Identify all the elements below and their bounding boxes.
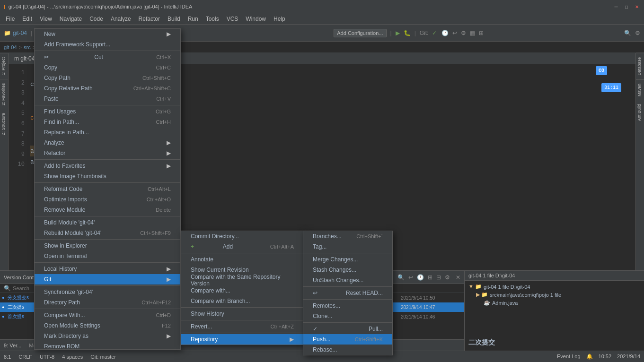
primary-context-menu[interactable]: New ▶ Add Framework Support... ✂ Cut Ctr… (34, 28, 181, 350)
ant-build-tab[interactable]: Ant Build (636, 100, 644, 125)
breadcrumb-item-0[interactable]: git-04 (4, 44, 17, 50)
menu-analyze[interactable]: Analyze (107, 15, 135, 23)
menu-copy-path[interactable]: Copy Path Ctrl+Shift+C (35, 73, 180, 83)
menu-rebuild-module[interactable]: Rebuild Module 'git-04' Ctrl+Shift+F9 (35, 228, 180, 238)
repo-clone[interactable]: Clone... (303, 311, 392, 321)
menu-synchronize[interactable]: Synchronize 'git-04' (35, 287, 180, 297)
menu-git[interactable]: Git ▶ (35, 274, 180, 284)
menu-file[interactable]: File (2, 15, 18, 23)
favorites-tab[interactable]: 2: Favorites (0, 79, 8, 109)
git-compare-with[interactable]: Compare with... (181, 285, 303, 296)
menu-build-module[interactable]: Build Module 'git-04' (35, 217, 180, 228)
settings-toolbar-icon[interactable]: ⚙ (635, 30, 640, 36)
menu-compare-with[interactable]: Compare With... Ctrl+D (35, 310, 180, 320)
tree-root[interactable]: ▼ 📁 git-04 1 file D:\git-04 (468, 283, 640, 291)
menu-directory-path[interactable]: Directory Path Ctrl+Alt+F12 (35, 297, 180, 308)
git-commit-directory[interactable]: Commit Directory... (181, 231, 303, 241)
menu-cut[interactable]: ✂ Cut Ctrl+X (35, 52, 180, 62)
menu-open-module-settings[interactable]: Open Module Settings F12 (35, 320, 180, 331)
search-toolbar-icon[interactable]: 🔍 (624, 30, 631, 36)
menu-reformat[interactable]: Reformat Code Ctrl+Alt+L (35, 184, 180, 194)
encoding-indicator[interactable]: UTF-8 (40, 354, 54, 360)
menu-refactor[interactable]: Refactor ▶ (35, 148, 180, 158)
menu-help[interactable]: Help (270, 15, 289, 23)
git-revert[interactable]: Revert... Ctrl+Alt+Z (181, 321, 303, 332)
menu-refactor[interactable]: Refactor (135, 15, 164, 23)
toolbar-icon3[interactable]: ⊞ (479, 30, 484, 36)
menu-paste[interactable]: Paste Ctrl+V (35, 94, 180, 104)
tree-file[interactable]: ☕ Admin.java (468, 299, 640, 307)
minimize-button[interactable]: ─ (613, 3, 619, 10)
debug-button[interactable]: 🐛 (404, 30, 411, 36)
indent-indicator[interactable]: 4 spaces (62, 354, 83, 360)
menu-add-framework[interactable]: Add Framework Support... (35, 39, 180, 50)
git-submenu[interactable]: Commit Directory... + Add Ctrl+Alt+A Ann… (181, 231, 304, 345)
breadcrumb-item-1[interactable]: src (24, 44, 31, 50)
line-endings[interactable]: CRLF (18, 354, 32, 360)
repo-reset-head[interactable]: ↩ Reset HEAD... (303, 288, 392, 298)
menu-show-thumbnails[interactable]: Show Image Thumbnails (35, 171, 180, 181)
repo-merge[interactable]: Merge Changes... (303, 254, 392, 265)
undo-button[interactable]: ↩ (452, 30, 457, 36)
menu-find-usages[interactable]: Find Usages Ctrl+G (35, 106, 180, 117)
menu-copy[interactable]: Copy Ctrl+C (35, 62, 180, 73)
vc-tab-9[interactable]: 9: Ver... (4, 343, 21, 348)
project-tab[interactable]: 1: Project (0, 53, 8, 79)
menu-remove-bom[interactable]: Remove BOM (35, 341, 180, 350)
menu-window[interactable]: Window (242, 15, 270, 23)
repo-push[interactable]: Push... Ctrl+Shift+K (303, 334, 392, 345)
database-tab[interactable]: Database (636, 53, 644, 79)
vc-refresh-icon[interactable]: ↩ (408, 274, 413, 281)
repo-unstash[interactable]: UnStash Changes... (303, 275, 392, 285)
titlebar-controls[interactable]: ─ □ ✕ (613, 3, 640, 10)
event-log[interactable]: Event Log (557, 353, 581, 360)
vc-search-icon[interactable]: 🔍 (397, 274, 405, 281)
repo-stash[interactable]: Stash Changes... (303, 265, 392, 275)
menu-optimize-imports[interactable]: Optimize Imports Ctrl+Alt+O (35, 194, 180, 205)
close-button[interactable]: ✕ (634, 3, 640, 10)
menu-mark-directory[interactable]: Mark Directory as ▶ (35, 331, 180, 341)
toolbar-icon1[interactable]: ⚙ (461, 30, 466, 36)
tree-subfolder[interactable]: ▶ 📁 src\main\java\com\qf\pojo 1 file (468, 291, 640, 299)
menu-tools[interactable]: Tools (202, 15, 223, 23)
menu-run[interactable]: Run (184, 15, 202, 23)
menu-view[interactable]: View (36, 15, 56, 23)
git-add[interactable]: + Add Ctrl+Alt+A (181, 241, 303, 252)
repo-branches[interactable]: Branches... Ctrl+Shift+` (303, 231, 392, 241)
git-annotate[interactable]: Annotate (181, 254, 303, 265)
structure-tab[interactable]: Z: Structure (0, 109, 8, 139)
menu-code[interactable]: Code (86, 15, 107, 23)
repo-submenu[interactable]: Branches... Ctrl+Shift+` Tag... Merge Ch… (303, 231, 393, 355)
repo-rebase[interactable]: Rebase... (303, 345, 392, 355)
menu-navigate[interactable]: Navigate (56, 15, 86, 23)
toolbar-icon2[interactable]: ▦ (470, 30, 475, 36)
git-compare-branch[interactable]: Compare with Branch... (181, 296, 303, 306)
add-config-button[interactable]: Add Configuration... (334, 29, 386, 37)
menu-find-in-path[interactable]: Find in Path... Ctrl+H (35, 117, 180, 127)
menu-copy-relative-path[interactable]: Copy Relative Path Ctrl+Alt+Shift+C (35, 83, 180, 94)
vc-close-icon[interactable]: ✕ (456, 274, 460, 281)
menu-vcs[interactable]: VCS (223, 15, 242, 23)
menu-analyze[interactable]: Analyze ▶ (35, 138, 180, 148)
menu-build[interactable]: Build (164, 15, 184, 23)
git-repository[interactable]: Repository ▶ (181, 334, 303, 345)
menu-local-history[interactable]: Local History ▶ (35, 264, 180, 274)
vc-expand-icon[interactable]: ⊟ (436, 274, 441, 281)
menu-replace-in-path[interactable]: Replace in Path... (35, 127, 180, 138)
git-show-history[interactable]: Show History (181, 309, 303, 319)
menu-remove-module[interactable]: Remove Module Delete (35, 205, 180, 215)
menu-show-explorer[interactable]: Show in Explorer (35, 241, 180, 251)
git-compare-same-repo[interactable]: Compare with the Same Repository Version (181, 275, 303, 285)
vc-clock-icon[interactable]: 🕐 (417, 274, 424, 281)
repo-pull[interactable]: ✓ Pull... (303, 324, 392, 334)
menu-edit[interactable]: Edit (18, 15, 36, 23)
maven-tab[interactable]: Maven (636, 79, 644, 100)
menu-new[interactable]: New ▶ (35, 29, 180, 39)
repo-remotes[interactable]: Remotes... (303, 301, 392, 311)
menu-add-favorites[interactable]: Add to Favorites ▶ (35, 161, 180, 171)
maximize-button[interactable]: □ (623, 3, 630, 10)
notification-icon[interactable]: 🔔 (586, 353, 593, 360)
vc-grid-icon[interactable]: ⊞ (428, 274, 432, 281)
vc-settings-icon[interactable]: ⚙ (445, 274, 450, 281)
git-status[interactable]: Git: master (90, 354, 116, 360)
